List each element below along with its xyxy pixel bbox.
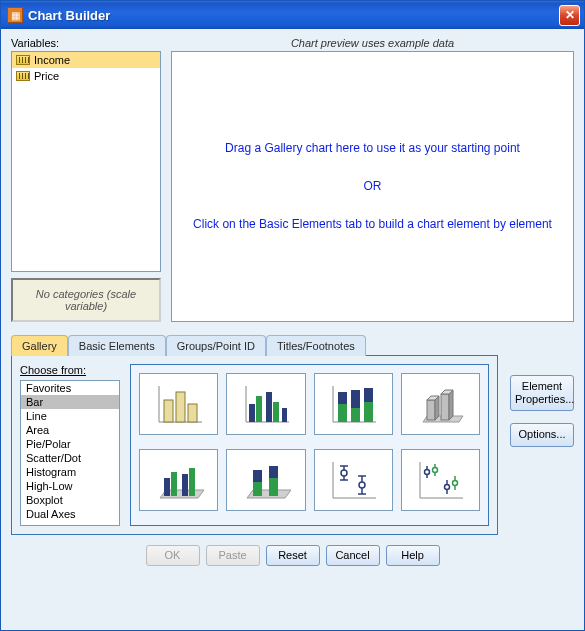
svg-rect-4 — [188, 404, 197, 422]
svg-rect-16 — [351, 408, 360, 422]
svg-rect-15 — [338, 392, 347, 404]
chart-thumb-bar-simple[interactable] — [139, 373, 218, 435]
chart-thumb-bar-3d[interactable] — [401, 373, 480, 435]
list-item[interactable]: Area — [21, 423, 119, 437]
scale-icon — [16, 71, 30, 81]
svg-rect-14 — [338, 404, 347, 422]
bar-simple-icon — [154, 382, 204, 426]
error-bar-clustered-icon — [415, 458, 465, 502]
cancel-button[interactable]: Cancel — [326, 545, 380, 566]
app-icon: ▦ — [7, 7, 23, 23]
tab-groups-point-id[interactable]: Groups/Point ID — [166, 335, 266, 356]
preview-or: OR — [363, 179, 381, 193]
element-properties-button[interactable]: Element Properties... — [510, 375, 574, 411]
svg-rect-24 — [441, 394, 449, 420]
chart-thumb-bar-stacked[interactable] — [314, 373, 393, 435]
gallery-wrap: Choose from: Favorites Bar Line Area Pie… — [11, 355, 574, 535]
no-categories-box: No categories (scale variable) — [11, 278, 161, 322]
list-item[interactable]: Favorites — [21, 381, 119, 395]
tabs-row: Gallery Basic Elements Groups/Point ID T… — [11, 334, 574, 355]
svg-rect-3 — [176, 392, 185, 422]
svg-rect-17 — [351, 390, 360, 408]
chart-type-list[interactable]: Favorites Bar Line Area Pie/Polar Scatte… — [20, 380, 120, 526]
svg-rect-8 — [256, 396, 262, 422]
gallery-panel: Choose from: Favorites Bar Line Area Pie… — [11, 355, 498, 535]
list-item[interactable]: Boxplot — [21, 493, 119, 507]
preview-label: Chart preview uses example data — [171, 37, 574, 49]
svg-rect-29 — [171, 472, 177, 496]
chart-preview-canvas[interactable]: Drag a Gallery chart here to use it as y… — [171, 51, 574, 322]
list-item[interactable]: Line — [21, 409, 119, 423]
list-item[interactable]: Bar — [21, 395, 119, 409]
svg-rect-2 — [164, 400, 173, 422]
svg-rect-19 — [364, 388, 373, 402]
svg-rect-11 — [282, 408, 287, 422]
bar-stacked-icon — [328, 382, 378, 426]
variables-list[interactable]: Income Price — [11, 51, 161, 272]
reset-button[interactable]: Reset — [266, 545, 320, 566]
dialog-body: Variables: Income Price No categories (s… — [1, 29, 584, 630]
svg-point-46 — [359, 482, 365, 488]
ok-button[interactable]: OK — [146, 545, 200, 566]
bar-3d-clustered-icon — [154, 458, 204, 502]
svg-point-50 — [425, 470, 430, 475]
list-item[interactable]: High-Low — [21, 479, 119, 493]
preview-line2: Click on the Basic Elements tab to build… — [193, 217, 552, 231]
svg-point-42 — [341, 470, 347, 476]
chart-builder-window: ▦ Chart Builder ✕ Variables: Income Pric… — [0, 0, 585, 631]
top-row: Variables: Income Price No categories (s… — [11, 37, 574, 322]
preview-line1: Drag a Gallery chart here to use it as y… — [225, 141, 520, 155]
bar-3d-icon — [415, 382, 465, 426]
close-icon: ✕ — [565, 8, 575, 22]
bar-clustered-icon — [241, 382, 291, 426]
tab-basic-elements[interactable]: Basic Elements — [68, 335, 166, 356]
bar-3d-stacked-icon — [241, 458, 291, 502]
svg-marker-23 — [435, 396, 439, 420]
variable-item[interactable]: Price — [12, 68, 160, 84]
variable-item[interactable]: Income — [12, 52, 160, 68]
window-title: Chart Builder — [28, 8, 559, 23]
scale-icon — [16, 55, 30, 65]
chart-thumb-bar-clustered[interactable] — [226, 373, 305, 435]
svg-rect-30 — [182, 474, 188, 496]
svg-point-52 — [433, 468, 438, 473]
tab-gallery[interactable]: Gallery — [11, 335, 68, 356]
svg-marker-26 — [449, 390, 453, 420]
list-item[interactable]: Pie/Polar — [21, 437, 119, 451]
chart-thumb-error-bar-1[interactable] — [314, 449, 393, 511]
titlebar: ▦ Chart Builder ✕ — [1, 1, 584, 29]
choose-column: Choose from: Favorites Bar Line Area Pie… — [20, 364, 120, 526]
chart-thumb-error-bar-2[interactable] — [401, 449, 480, 511]
list-item[interactable]: Histogram — [21, 465, 119, 479]
bottom-buttons: OK Paste Reset Cancel Help — [11, 535, 574, 570]
tab-titles-footnotes[interactable]: Titles/Footnotes — [266, 335, 366, 356]
choose-from-label: Choose from: — [20, 364, 120, 376]
svg-rect-10 — [273, 402, 279, 422]
svg-point-54 — [445, 485, 450, 490]
close-button[interactable]: ✕ — [559, 5, 580, 26]
preview-column: Chart preview uses example data Drag a G… — [171, 37, 574, 322]
help-button[interactable]: Help — [386, 545, 440, 566]
svg-point-56 — [453, 481, 458, 486]
paste-button[interactable]: Paste — [206, 545, 260, 566]
svg-rect-31 — [189, 468, 195, 496]
list-item[interactable]: Scatter/Dot — [21, 451, 119, 465]
svg-rect-34 — [253, 470, 262, 482]
svg-rect-21 — [427, 400, 435, 420]
chart-thumb-bar-3d-clustered[interactable] — [139, 449, 218, 511]
options-button[interactable]: Options... — [510, 423, 574, 446]
variables-label: Variables: — [11, 37, 161, 49]
svg-rect-9 — [266, 392, 272, 422]
svg-rect-7 — [249, 404, 255, 422]
svg-rect-18 — [364, 402, 373, 422]
variable-name: Price — [34, 70, 59, 82]
list-item[interactable]: Dual Axes — [21, 507, 119, 521]
svg-rect-33 — [253, 482, 262, 496]
error-bar-icon — [328, 458, 378, 502]
variable-name: Income — [34, 54, 70, 66]
svg-rect-36 — [269, 466, 278, 478]
svg-rect-28 — [164, 478, 170, 496]
chart-thumb-bar-3d-stacked[interactable] — [226, 449, 305, 511]
svg-rect-35 — [269, 478, 278, 496]
thumbnails-grid — [130, 364, 489, 526]
